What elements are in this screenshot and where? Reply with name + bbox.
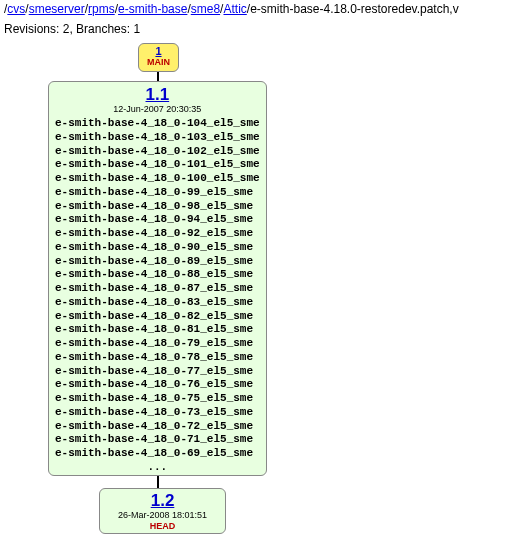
revision-number: 1.2	[118, 492, 207, 509]
branches-value: 1	[133, 22, 140, 36]
tag-item: e-smith-base-4_18_0-78_el5_sme	[55, 351, 260, 365]
tag-item: e-smith-base-4_18_0-76_el5_sme	[55, 378, 260, 392]
tag-item: e-smith-base-4_18_0-71_el5_sme	[55, 433, 260, 447]
tag-item: e-smith-base-4_18_0-72_el5_sme	[55, 420, 260, 434]
path-text: /cvs/smeserver/rpms/e-smith-base/sme8/At…	[4, 2, 459, 16]
tag-item: e-smith-base-4_18_0-79_el5_sme	[55, 337, 260, 351]
revision-date: 26-Mar-2008 18:01:51	[118, 511, 207, 520]
branch-label: MAIN	[147, 58, 170, 67]
tag-item: e-smith-base-4_18_0-89_el5_sme	[55, 255, 260, 269]
tag-item: e-smith-base-4_18_0-101_el5_sme	[55, 158, 260, 172]
tag-item: e-smith-base-4_18_0-73_el5_sme	[55, 406, 260, 420]
tag-item: e-smith-base-4_18_0-94_el5_sme	[55, 213, 260, 227]
tag-item: e-smith-base-4_18_0-102_el5_sme	[55, 145, 260, 159]
tag-item: e-smith-base-4_18_0-99_el5_sme	[55, 186, 260, 200]
path-seg-sme8[interactable]: sme8	[191, 2, 220, 16]
tag-item: e-smith-base-4_18_0-92_el5_sme	[55, 227, 260, 241]
branches-label: , Branches:	[69, 22, 133, 36]
tag-item: e-smith-base-4_18_0-88_el5_sme	[55, 268, 260, 282]
tag-item: e-smith-base-4_18_0-82_el5_sme	[55, 310, 260, 324]
ellipsis: ...	[55, 461, 260, 473]
tag-item: e-smith-base-4_18_0-103_el5_sme	[55, 131, 260, 145]
path-seg-smeserver[interactable]: smeserver	[29, 2, 85, 16]
branch-number: 1	[147, 46, 170, 57]
tag-item: e-smith-base-4_18_0-75_el5_sme	[55, 392, 260, 406]
tag-item: e-smith-base-4_18_0-100_el5_sme	[55, 172, 260, 186]
tag-item: e-smith-base-4_18_0-104_el5_sme	[55, 117, 260, 131]
tag-item: e-smith-base-4_18_0-90_el5_sme	[55, 241, 260, 255]
tag-item: e-smith-base-4_18_0-87_el5_sme	[55, 282, 260, 296]
head-label: HEAD	[118, 522, 207, 531]
tag-list: e-smith-base-4_18_0-104_el5_smee-smith-b…	[55, 117, 260, 461]
revision-graph: 1 MAIN 1.1 12-Jun-2007 20:30:35 e-smith-…	[0, 39, 512, 543]
tag-item: e-smith-base-4_18_0-77_el5_sme	[55, 365, 260, 379]
path-seg-esmithbase[interactable]: e-smith-base	[118, 2, 187, 16]
branch-node[interactable]: 1 MAIN	[138, 43, 179, 72]
header-stats: Revisions: 2, Branches: 1	[0, 20, 512, 40]
revision-node-1-2[interactable]: 1.2 26-Mar-2008 18:01:51 HEAD	[99, 488, 226, 534]
tag-item: e-smith-base-4_18_0-69_el5_sme	[55, 447, 260, 461]
connector-line	[157, 474, 159, 488]
path-seg-cvs[interactable]: cvs	[7, 2, 25, 16]
tag-item: e-smith-base-4_18_0-83_el5_sme	[55, 296, 260, 310]
path-filename: e-smith-base-4.18.0-restoredev.patch,v	[250, 2, 459, 16]
header-path: /cvs/smeserver/rpms/e-smith-base/sme8/At…	[0, 0, 512, 20]
tag-item: e-smith-base-4_18_0-81_el5_sme	[55, 323, 260, 337]
revision-date: 12-Jun-2007 20:30:35	[55, 105, 260, 114]
revisions-label: Revisions:	[4, 22, 63, 36]
revision-number: 1.1	[55, 86, 260, 103]
tag-item: e-smith-base-4_18_0-98_el5_sme	[55, 200, 260, 214]
path-seg-rpms[interactable]: rpms	[88, 2, 115, 16]
revision-node-1-1[interactable]: 1.1 12-Jun-2007 20:30:35 e-smith-base-4_…	[48, 81, 267, 476]
path-seg-attic[interactable]: Attic	[223, 2, 246, 16]
